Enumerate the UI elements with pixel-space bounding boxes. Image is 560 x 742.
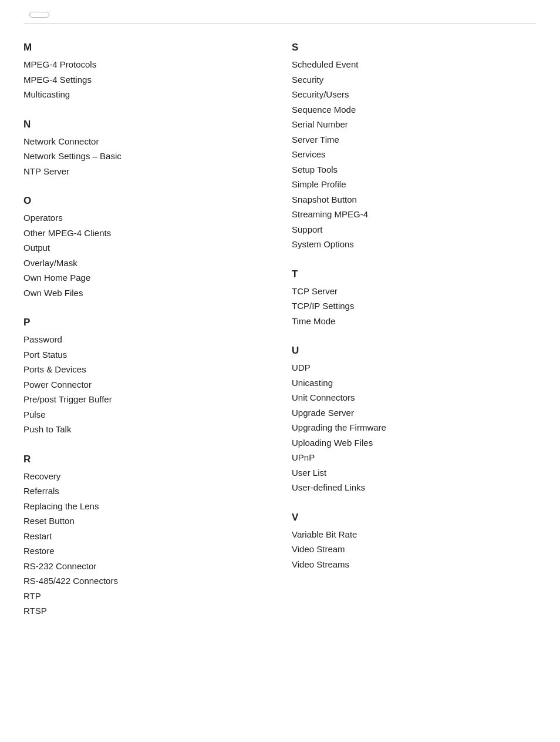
index-item: Pulse <box>23 407 268 422</box>
section-letter: O <box>23 195 268 207</box>
section-letter: N <box>23 119 268 130</box>
index-item: NTP Server <box>23 164 268 179</box>
index-item: Ports & Devices <box>23 362 268 377</box>
index-item: RTSP <box>23 603 268 619</box>
section-letter: T <box>292 268 537 280</box>
index-item: Time Mode <box>292 314 537 329</box>
section-items: TCP ServerTCP/IP SettingsTime Mode <box>292 284 537 329</box>
section-items: Variable Bit RateVideo StreamVideo Strea… <box>292 527 537 572</box>
index-item: Unit Connectors <box>292 390 537 405</box>
section-letter: S <box>292 42 537 53</box>
index-item: Reset Button <box>23 513 268 529</box>
index-item: Security <box>292 72 537 88</box>
index-item: Recovery <box>23 469 268 484</box>
index-item: Power Connector <box>23 377 268 392</box>
index-item: Video Stream <box>292 542 537 557</box>
index-section-o: OOperatorsOther MPEG-4 ClientsOutputOver… <box>23 195 268 300</box>
index-item: MPEG-4 Protocols <box>23 57 268 72</box>
index-item: Network Connector <box>23 134 268 149</box>
page-container: MMPEG-4 ProtocolsMPEG-4 SettingsMulticas… <box>0 0 560 742</box>
index-section-t: TTCP ServerTCP/IP SettingsTime Mode <box>292 268 537 329</box>
index-item: Own Home Page <box>23 270 268 286</box>
index-section-m: MMPEG-4 ProtocolsMPEG-4 SettingsMulticas… <box>23 42 268 102</box>
index-item: UDP <box>292 360 537 375</box>
index-item: Security/Users <box>292 87 537 102</box>
index-item: Support <box>292 222 537 237</box>
page-header <box>23 12 537 24</box>
section-items: Network ConnectorNetwork Settings – Basi… <box>23 134 268 179</box>
index-item: Operators <box>23 210 268 226</box>
index-item: TCP Server <box>292 284 537 299</box>
index-item: Replacing the Lens <box>23 499 268 514</box>
section-letter: P <box>23 317 268 328</box>
index-item: User List <box>292 465 537 481</box>
index-item: Upgrade Server <box>292 405 537 421</box>
index-item: Restore <box>23 543 268 559</box>
index-item: Serial Number <box>292 117 537 132</box>
index-section-n: NNetwork ConnectorNetwork Settings – Bas… <box>23 119 268 179</box>
section-items: RecoveryReferralsReplacing the LensReset… <box>23 469 268 619</box>
index-item: Other MPEG-4 Clients <box>23 226 268 241</box>
section-items: Scheduled EventSecuritySecurity/UsersSeq… <box>292 57 537 252</box>
index-item: MPEG-4 Settings <box>23 72 268 88</box>
index-section-r: RRecoveryReferralsReplacing the LensRese… <box>23 454 268 619</box>
index-item: Output <box>23 240 268 256</box>
index-item: Unicasting <box>292 375 537 391</box>
section-items: MPEG-4 ProtocolsMPEG-4 SettingsMulticast… <box>23 57 268 102</box>
index-item: Upgrading the Firmware <box>292 420 537 435</box>
index-item: Push to Talk <box>23 422 268 437</box>
section-letter: V <box>292 512 537 523</box>
index-item: Snapshot Button <box>292 192 537 207</box>
index-item: Server Time <box>292 132 537 147</box>
index-item: Scheduled Event <box>292 57 537 72</box>
index-item: Variable Bit Rate <box>292 527 537 542</box>
index-section-s: SScheduled EventSecuritySecurity/UsersSe… <box>292 42 537 252</box>
left-column: MMPEG-4 ProtocolsMPEG-4 SettingsMulticas… <box>23 42 280 635</box>
index-section-u: UUDPUnicastingUnit ConnectorsUpgrade Ser… <box>292 345 537 495</box>
index-item: Password <box>23 332 268 347</box>
index-item: RS-232 Connector <box>23 559 268 574</box>
index-item: Restart <box>23 529 268 544</box>
index-item: Multicasting <box>23 87 268 102</box>
page-title <box>29 12 49 18</box>
index-item: Sequence Mode <box>292 102 537 117</box>
index-item: UPnP <box>292 450 537 465</box>
section-letter: U <box>292 345 537 357</box>
index-item: Port Status <box>23 347 268 362</box>
index-item: RTP <box>23 589 268 604</box>
index-item: Services <box>292 147 537 162</box>
index-item: RS-485/422 Connectors <box>23 573 268 589</box>
index-section-v: VVariable Bit RateVideo StreamVideo Stre… <box>292 512 537 572</box>
index-item: Setup Tools <box>292 162 537 177</box>
index-item: Uploading Web Files <box>292 435 537 451</box>
index-item: User-defined Links <box>292 480 537 495</box>
index-item: Own Web Files <box>23 286 268 301</box>
index-item: Referrals <box>23 484 268 499</box>
index-item: Pre/post Trigger Buffer <box>23 392 268 407</box>
right-column: SScheduled EventSecuritySecurity/UsersSe… <box>280 42 537 635</box>
section-items: PasswordPort StatusPorts & DevicesPower … <box>23 332 268 437</box>
index-content: MMPEG-4 ProtocolsMPEG-4 SettingsMulticas… <box>23 42 537 635</box>
index-section-p: PPasswordPort StatusPorts & DevicesPower… <box>23 317 268 437</box>
index-item: Streaming MPEG-4 <box>292 207 537 222</box>
index-item: Overlay/Mask <box>23 256 268 271</box>
section-items: OperatorsOther MPEG-4 ClientsOutputOverl… <box>23 210 268 300</box>
section-items: UDPUnicastingUnit ConnectorsUpgrade Serv… <box>292 360 537 495</box>
index-item: Simple Profile <box>292 177 537 192</box>
index-item: TCP/IP Settings <box>292 298 537 314</box>
index-item: System Options <box>292 237 537 252</box>
section-letter: R <box>23 454 268 465</box>
index-item: Video Streams <box>292 557 537 572</box>
section-letter: M <box>23 42 268 53</box>
index-item: Network Settings – Basic <box>23 149 268 164</box>
